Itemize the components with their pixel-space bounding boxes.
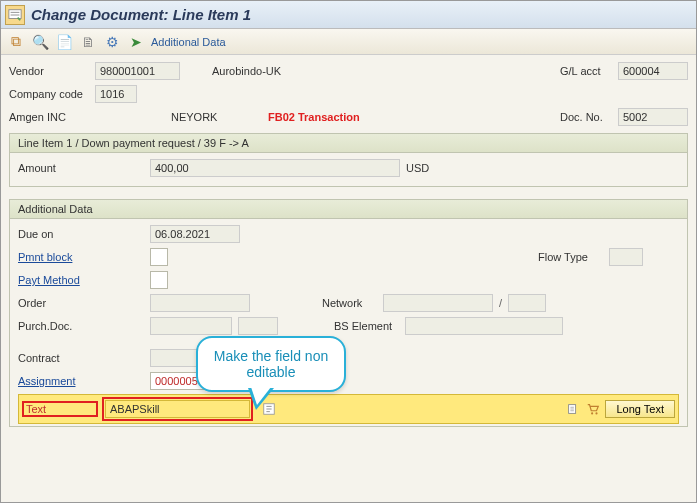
svg-point-4	[596, 412, 598, 414]
transaction-note: FB02 Transaction	[268, 111, 360, 123]
purch-doc-field	[150, 317, 232, 335]
text-row: Text Long Text	[18, 394, 679, 424]
document-icon[interactable]: 🗎	[79, 33, 97, 51]
svg-rect-0	[9, 9, 21, 18]
text-cursor-icon[interactable]	[565, 401, 581, 417]
vendor-name: Aurobindo-UK	[212, 65, 332, 77]
purch-doc-label: Purch.Doc.	[18, 320, 98, 332]
more-icon[interactable]: ➤	[127, 33, 145, 51]
network-label: Network	[322, 297, 377, 309]
text-label-box: Text	[22, 401, 98, 417]
city-text: NEYORK	[171, 111, 241, 123]
currency-text: USD	[406, 162, 429, 174]
payt-method-label[interactable]: Payt Method	[18, 274, 98, 286]
cart-icon[interactable]	[585, 401, 601, 417]
display-icon[interactable]: 🔍	[31, 33, 49, 51]
network-sub-field	[508, 294, 546, 312]
pmnt-block-label[interactable]: Pmnt block	[18, 251, 98, 263]
wbs-field	[405, 317, 563, 335]
sap-context-icon[interactable]	[5, 5, 25, 25]
purch-doc-item-field	[238, 317, 278, 335]
company-code-field	[95, 85, 137, 103]
amount-field	[150, 159, 400, 177]
amount-label: Amount	[18, 162, 98, 174]
long-text-label: Long Text	[616, 403, 664, 415]
pmnt-block-field[interactable]	[150, 248, 168, 266]
services-icon[interactable]: ⚙	[103, 33, 121, 51]
due-on-label: Due on	[18, 228, 98, 240]
toolbar: ⧉ 🔍 📄 🗎 ⚙ ➤ Additional Data	[1, 29, 696, 55]
svg-point-3	[592, 412, 594, 414]
gl-acct-label: G/L acct	[560, 65, 612, 77]
line-item-header: Line Item 1 / Down payment request / 39 …	[9, 133, 688, 153]
copy-icon[interactable]: ⧉	[7, 33, 25, 51]
wbs-label: BS Element	[334, 320, 399, 332]
vendor-field	[95, 62, 180, 80]
flow-type-field	[609, 248, 643, 266]
assignment-label[interactable]: Assignment	[18, 375, 98, 387]
payt-method-field[interactable]	[150, 271, 168, 289]
company-name: Amgen INC	[9, 111, 89, 123]
additional-data-header: Additional Data	[9, 199, 688, 219]
gl-acct-field	[618, 62, 688, 80]
contract-label: Contract	[18, 352, 98, 364]
page-title: Change Document: Line Item 1	[31, 6, 251, 23]
additional-data-link[interactable]: Additional Data	[151, 36, 226, 48]
text-label: Text	[26, 403, 94, 415]
flow-type-label: Flow Type	[538, 251, 603, 263]
callout-text: Make the field non editable	[214, 348, 328, 380]
doc-no-field	[618, 108, 688, 126]
text-field[interactable]	[105, 400, 250, 418]
long-text-button[interactable]: Long Text	[605, 400, 675, 418]
text-value-box	[102, 397, 253, 421]
order-field	[150, 294, 250, 312]
network-field	[383, 294, 493, 312]
vendor-label: Vendor	[9, 65, 89, 77]
overview-icon[interactable]: 📄	[55, 33, 73, 51]
callout-annotation: Make the field non editable	[196, 336, 346, 392]
company-code-label: Company code	[9, 88, 89, 100]
doc-no-label: Doc. No.	[560, 111, 612, 123]
due-on-field	[150, 225, 240, 243]
order-label: Order	[18, 297, 98, 309]
